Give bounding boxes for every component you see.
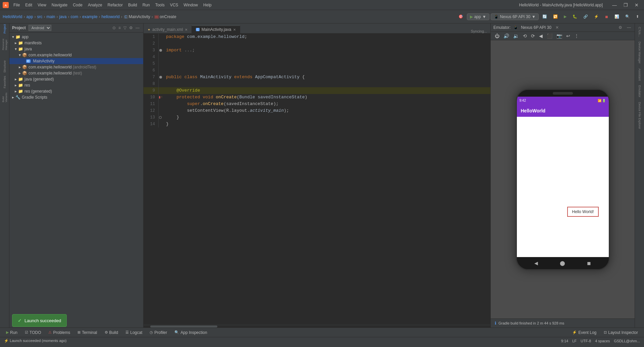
rsidebar-device-manager[interactable]: Device Manager <box>637 40 642 66</box>
breadcrumb-main[interactable]: main <box>47 14 55 19</box>
run-button[interactable]: ▶ <box>561 13 569 20</box>
menu-help[interactable]: Help <box>201 2 214 8</box>
scroll-thumb[interactable] <box>150 326 217 328</box>
tab-logcat[interactable]: ☰ Logcat <box>122 330 146 336</box>
menu-refactor[interactable]: Refactor <box>106 2 125 8</box>
menu-run[interactable]: Run <box>141 2 152 8</box>
project-view-selector[interactable]: Android Project <box>29 25 51 31</box>
sidebar-item-favorites[interactable]: Favorites <box>1 78 9 86</box>
tree-item-res[interactable]: ▸ 📁 res <box>9 82 143 88</box>
emu-volume-up-button[interactable]: 🔊 <box>502 33 511 39</box>
profile-button[interactable]: ⚡ <box>592 13 601 20</box>
emulator-tab-close[interactable]: ✕ <box>555 25 559 30</box>
code-editor[interactable]: 1 package com.example.helloworld; 2 3 im… <box>144 34 490 325</box>
tree-item-app[interactable]: ▾ 📁 app <box>9 34 143 40</box>
menu-window[interactable]: Window <box>181 2 200 8</box>
device-selector[interactable]: 📱 Nexus 6P API 30 ▼ <box>491 13 539 20</box>
tree-item-gradle[interactable]: ▸ 🔧 Gradle Scripts <box>9 94 143 100</box>
sync-button2[interactable]: 🔁 <box>551 13 560 20</box>
tab-event-log[interactable]: ⚡ Event Log <box>569 330 600 336</box>
menu-file[interactable]: File <box>11 2 22 8</box>
editor-scrollbar[interactable] <box>144 325 490 328</box>
tree-item-java[interactable]: ▾ 📁 java <box>9 46 143 52</box>
menu-analyze[interactable]: Analyze <box>86 2 104 8</box>
debug-button[interactable]: 🐛 <box>570 13 580 20</box>
rsidebar-assistant[interactable]: Assistant <box>637 66 642 83</box>
project-hide-button[interactable]: — <box>135 25 141 31</box>
tree-item-mainactivity[interactable]: ▸ C MainActivity <box>9 58 143 64</box>
tab-app-inspection[interactable]: 🔍 App Inspection <box>171 330 210 336</box>
nav-recent-button[interactable]: ◼ <box>587 260 591 266</box>
menu-build[interactable]: Build <box>126 2 139 8</box>
project-filter-button[interactable]: ▽ <box>122 25 127 31</box>
breadcrumb-example[interactable]: example <box>82 14 97 19</box>
tab-run[interactable]: ▶ Run <box>3 330 21 336</box>
tab-problems[interactable]: ⚠ Problems <box>45 330 73 336</box>
tree-item-package-main[interactable]: ▾ 📦 com.example.helloworld <box>9 52 143 58</box>
sidebar-item-resource[interactable]: Resource Manager <box>1 40 9 48</box>
rsidebar-device-file-explorer[interactable]: Device File Explorer <box>637 100 642 131</box>
rsidebar-emulator[interactable]: Emulator <box>637 83 642 99</box>
tab-todo[interactable]: ☑ TODO <box>21 330 44 336</box>
emu-screenshot-button[interactable]: 📷 <box>555 33 564 39</box>
tab-terminal[interactable]: ⊞ Terminal <box>74 330 100 336</box>
tab-close-icon[interactable]: ✕ <box>185 28 187 32</box>
sidebar-item-structure[interactable]: Structure <box>1 62 9 70</box>
tab-build[interactable]: ⚙ Build <box>101 330 122 336</box>
breadcrumb-com[interactable]: com <box>71 14 78 19</box>
tab-activity-main-xml[interactable]: ✦ activity_main.xml ✕ <box>144 26 192 33</box>
emu-rotate-button[interactable]: ⟲ <box>522 33 528 39</box>
sidebar-item-project[interactable]: Project <box>1 25 9 33</box>
menu-navigate[interactable]: Navigate <box>50 2 69 8</box>
project-scope-button[interactable]: ⊙ <box>111 25 117 31</box>
tree-item-java-generated[interactable]: ▸ 📁 java (generated) <box>9 76 143 82</box>
tab-layout-inspector[interactable]: ⊡ Layout Inspector <box>600 330 641 336</box>
tree-item-manifests[interactable]: ▸ 📁 manifests <box>9 40 143 46</box>
menu-view[interactable]: View <box>36 2 48 8</box>
search-button[interactable]: 🔍 <box>623 13 632 20</box>
tab-profiler[interactable]: ◷ Profiler <box>146 330 170 336</box>
sync-button[interactable]: 🔄 <box>540 13 549 20</box>
coverage-button[interactable]: 📊 <box>612 13 622 20</box>
tree-item-res-generated[interactable]: ▸ 📁 res (generated) <box>9 88 143 94</box>
target-icon-button[interactable]: 🎯 <box>456 13 466 20</box>
project-settings-button[interactable]: ⚙ <box>128 25 134 31</box>
tab-mainactivity-java[interactable]: C MainActivity.java ✕ <box>192 26 240 33</box>
emu-rotate2-button[interactable]: ⟳ <box>530 33 536 39</box>
project-collapse-button[interactable]: ≡ <box>117 25 122 31</box>
breadcrumb-oncreate[interactable]: monCreate <box>154 14 176 19</box>
rsidebar-caus[interactable]: C:\Us... <box>637 25 642 39</box>
menu-tools[interactable]: Tools <box>153 2 167 8</box>
breadcrumb-helloworld[interactable]: HelloWorld <box>3 14 22 19</box>
breadcrumb-mainactivity[interactable]: CMainActivity <box>124 14 150 19</box>
attach-button[interactable]: 🔗 <box>581 13 590 20</box>
update-button[interactable]: ⬆ <box>634 13 641 20</box>
emu-volume-down-button[interactable]: 🔉 <box>512 33 520 39</box>
nav-home-button[interactable]: ⬤ <box>560 260 565 266</box>
maximize-button[interactable]: ❐ <box>621 2 631 8</box>
emulator-hide-button[interactable]: — <box>626 25 632 30</box>
emu-stop-button[interactable]: ⬛ <box>545 33 554 39</box>
tree-item-package-test[interactable]: ▸ 📦 com.example.helloworld (test) <box>9 70 143 76</box>
sidebar-item-buildvariants[interactable]: Build Variants <box>1 93 9 101</box>
menu-code[interactable]: Code <box>71 2 85 8</box>
nav-back-button[interactable]: ◀ <box>534 260 538 266</box>
expand-icon: ▸ <box>15 77 17 82</box>
emu-power-button[interactable]: ⏻ <box>493 33 501 39</box>
emulator-settings-button[interactable]: ⚙ <box>618 25 623 30</box>
breadcrumb-java[interactable]: java <box>59 14 67 19</box>
breadcrumb-src[interactable]: src <box>37 14 43 19</box>
tab-close-icon[interactable]: ✕ <box>233 28 236 32</box>
run-config-selector[interactable]: ▶ app ▼ <box>467 13 489 20</box>
stop-button[interactable]: ⏹ <box>602 14 611 20</box>
breadcrumb-helloworld2[interactable]: helloworld <box>102 14 120 19</box>
menu-edit[interactable]: Edit <box>23 2 34 8</box>
tree-item-package-androidtest[interactable]: ▸ 📦 com.example.helloworld (androidTest) <box>9 64 143 70</box>
emu-back-button[interactable]: ◀ <box>538 33 544 39</box>
menu-vcs[interactable]: VCS <box>168 2 180 8</box>
breadcrumb-app[interactable]: app <box>26 14 33 19</box>
minimize-button[interactable]: — <box>609 2 620 8</box>
emu-more-button[interactable]: ⋮ <box>573 33 580 39</box>
emu-undo-button[interactable]: ↩ <box>565 33 572 39</box>
close-button[interactable]: ✕ <box>632 2 641 8</box>
